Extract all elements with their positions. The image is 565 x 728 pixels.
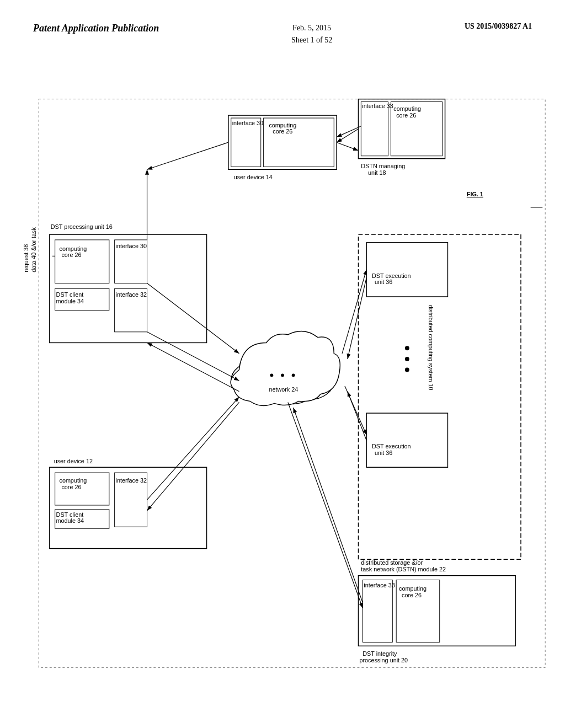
interface-33-18-box bbox=[361, 102, 388, 156]
arrow-ud14-down bbox=[147, 142, 228, 169]
dst-processing-unit-label: DST processing unit 16 bbox=[51, 223, 113, 230]
publication-title: Patent Application Publication bbox=[33, 22, 159, 35]
dst-exec-bot-label1: DST execution bbox=[372, 443, 411, 449]
data-label-text2: request 38 bbox=[23, 244, 29, 272]
dst-integrity-label1: DST integrity bbox=[363, 650, 397, 657]
dst-execution-bot-box bbox=[366, 413, 447, 467]
dst-client-12-label2: module 34 bbox=[56, 517, 84, 524]
arrow-proc16-if32-to-net bbox=[147, 332, 239, 381]
arrow-integrity-to-net bbox=[294, 408, 363, 602]
computing-core-16-label2: core 26 bbox=[61, 251, 81, 258]
dst-storage-label2: task network (DSTN) module 22 bbox=[361, 566, 446, 572]
arrow-exec-bot-to-net bbox=[348, 392, 366, 440]
sheet-info: Sheet 1 of 52 bbox=[291, 36, 332, 44]
user-device-12-label: user device 12 bbox=[54, 458, 93, 464]
data-label-text: data 40 &/or task bbox=[30, 227, 37, 272]
dst-storage-label1: distributed storage &/or bbox=[361, 559, 423, 566]
dot1 bbox=[405, 346, 409, 350]
svg-point-14 bbox=[292, 373, 295, 377]
svg-point-13 bbox=[281, 373, 284, 377]
computing-core-16-label1: computing bbox=[59, 245, 87, 252]
header-center: Feb. 5, 2015 Sheet 1 of 52 bbox=[291, 22, 332, 47]
computing-core-label-18: computing bbox=[393, 105, 421, 112]
dst-client-module-34-16-label1: DST client bbox=[56, 291, 84, 298]
interface-30-16-label: interface 30 bbox=[116, 243, 147, 249]
dot2 bbox=[405, 357, 409, 361]
patent-number: US 2015/0039827 A1 bbox=[465, 22, 532, 31]
interface-30-14-label: interface 30 bbox=[232, 120, 263, 126]
network-24-label: network 24 bbox=[269, 386, 298, 393]
system-label: distributed computing system 10 bbox=[428, 305, 434, 390]
arrow-net-to-integrity bbox=[288, 402, 363, 608]
page: Patent Application Publication Feb. 5, 2… bbox=[0, 0, 565, 728]
dst-client-12-label1: DST client bbox=[56, 511, 84, 518]
dst-exec-bot-label2: unit 36 bbox=[375, 449, 392, 456]
dot3 bbox=[405, 368, 409, 372]
arrow-net-to-ud12 bbox=[147, 402, 239, 510]
computing-core-26-14-label: computing bbox=[269, 122, 296, 129]
computing-core-12-label2: core 26 bbox=[61, 484, 81, 490]
dst-integrity-label2: processing unit 20 bbox=[359, 657, 408, 663]
user-device-14-label: user device 14 bbox=[234, 174, 273, 180]
interface-33-20-box bbox=[363, 580, 392, 642]
arrow-exec-top-to-net bbox=[348, 278, 366, 359]
figure-1-svg: interface 33 computing core 26 DSTN mana… bbox=[17, 88, 548, 684]
header: Patent Application Publication Feb. 5, 2… bbox=[0, 22, 565, 47]
computing-core-label2-18: core 26 bbox=[396, 112, 416, 119]
dst-exec-top-label2: unit 36 bbox=[375, 279, 392, 285]
network-24-cloud: network 24 bbox=[231, 331, 340, 405]
dstn-managing-label1: DSTN managing bbox=[361, 163, 405, 169]
interface-33-20-label: interface 33 bbox=[364, 582, 395, 588]
arrow-dstn-to-ud14-2 bbox=[337, 126, 361, 137]
computing-core-26-14-label2: core 26 bbox=[273, 128, 292, 135]
dst-client-module-34-16-label2: module 34 bbox=[56, 298, 84, 304]
arrow-ud12-to-net bbox=[147, 397, 239, 500]
dstn-managing-label2: unit 18 bbox=[368, 169, 386, 176]
arrow-net-to-proc16 bbox=[147, 342, 239, 391]
pub-date: Feb. 5, 2015 bbox=[292, 24, 331, 32]
interface-32-16-label: interface 32 bbox=[116, 291, 147, 298]
computing-core-20-label2: core 26 bbox=[402, 592, 422, 598]
svg-point-12 bbox=[270, 373, 273, 377]
arrow-net-to-exec-top bbox=[342, 270, 366, 354]
diagram-area: interface 33 computing core 26 DSTN mana… bbox=[17, 88, 548, 684]
figure-label: FIG. 1 bbox=[467, 191, 483, 197]
computing-core-12-label1: computing bbox=[59, 477, 87, 484]
interface-32-12-label: interface 32 bbox=[116, 477, 147, 484]
interface-33-18-label: interface 33 bbox=[362, 103, 393, 109]
arrow-ud14-to-dstn bbox=[337, 142, 358, 151]
dst-exec-top-label1: DST execution bbox=[372, 272, 411, 279]
computing-core-20-label1: computing bbox=[399, 585, 427, 592]
dst-execution-top-box bbox=[366, 243, 447, 297]
